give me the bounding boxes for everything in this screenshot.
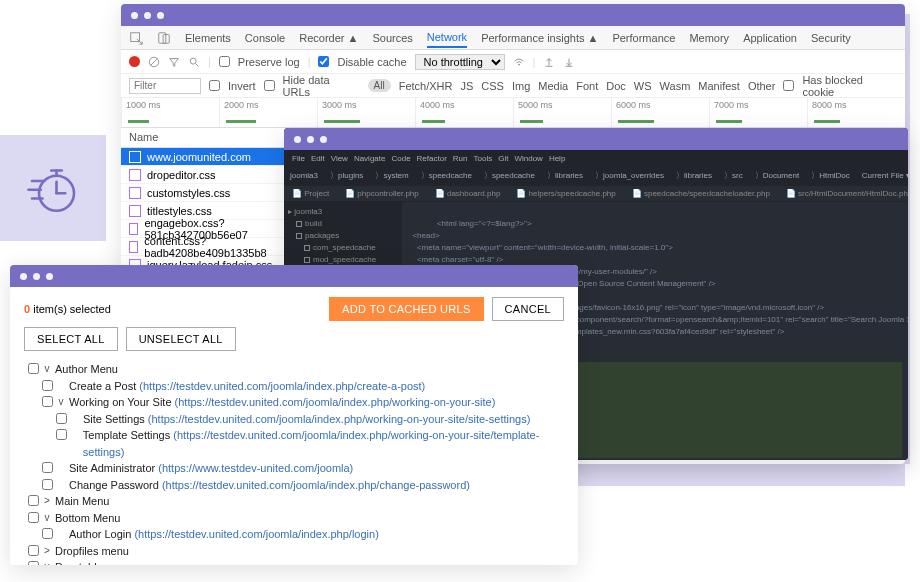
inspect-icon[interactable]: [129, 31, 143, 45]
search-icon[interactable]: [188, 56, 200, 68]
hide-data-urls-checkbox[interactable]: [264, 80, 275, 91]
tree-checkbox[interactable]: [56, 429, 67, 440]
tree-checkbox[interactable]: [42, 462, 53, 473]
disable-cache-checkbox[interactable]: [318, 56, 329, 67]
menu-item[interactable]: Window: [514, 154, 542, 163]
tree-label[interactable]: Template Settings (https://testdev.unite…: [83, 427, 568, 460]
clear-icon[interactable]: [148, 56, 160, 68]
breadcrumb-item[interactable]: 〉libraries: [670, 167, 718, 184]
menu-item[interactable]: View: [331, 154, 348, 163]
window-dot[interactable]: [307, 136, 314, 143]
tree-node[interactable]: packages: [288, 230, 398, 242]
throttling-select[interactable]: No throttling: [415, 54, 505, 70]
window-dot[interactable]: [33, 273, 40, 280]
tree-checkbox[interactable]: [28, 561, 39, 565]
tree-label[interactable]: Site Settings (https://testdev.united.co…: [83, 411, 530, 428]
breadcrumb-item[interactable]: 〉src: [718, 167, 749, 184]
tree-checkbox[interactable]: [28, 512, 39, 523]
tab-application[interactable]: Application: [743, 32, 797, 44]
tree-label[interactable]: Author Login (https://testdev.united.com…: [69, 526, 379, 543]
add-to-cached-urls-button[interactable]: Add to cached URLs: [329, 297, 483, 321]
window-dot[interactable]: [294, 136, 301, 143]
menu-item[interactable]: File: [292, 154, 305, 163]
cancel-button[interactable]: Cancel: [492, 297, 564, 321]
window-dot[interactable]: [157, 12, 164, 19]
type-media[interactable]: Media: [538, 80, 568, 92]
type-img[interactable]: Img: [512, 80, 530, 92]
tree-label[interactable]: Bottom Menu: [55, 510, 120, 527]
has-blocked-checkbox[interactable]: [783, 80, 794, 91]
editor-tab[interactable]: 📄 src/HtmlDocument/HtmlDoc.php: [778, 186, 908, 201]
menu-item[interactable]: Help: [549, 154, 565, 163]
caret-icon[interactable]: >: [43, 493, 51, 508]
menu-item[interactable]: Run: [453, 154, 468, 163]
window-dot[interactable]: [46, 273, 53, 280]
caret-icon[interactable]: >: [43, 543, 51, 558]
breadcrumb-item[interactable]: 〉system: [369, 167, 414, 184]
type-fetchxhr[interactable]: Fetch/XHR: [399, 80, 453, 92]
tree-checkbox[interactable]: [42, 528, 53, 539]
breadcrumb-item[interactable]: 〉plugins: [324, 167, 369, 184]
filter-icon[interactable]: [168, 56, 180, 68]
tree-label[interactable]: Main Menu: [55, 493, 109, 510]
caret-icon[interactable]: v: [43, 361, 51, 376]
breadcrumb-item[interactable]: 〉HtmlDoc: [805, 167, 856, 184]
type-doc[interactable]: Doc: [606, 80, 626, 92]
tab-perf-insights[interactable]: Performance insights ▲: [481, 32, 598, 44]
breadcrumb-item[interactable]: 〉Document: [749, 167, 805, 184]
preserve-log-checkbox[interactable]: [219, 56, 230, 67]
select-all-button[interactable]: Select All: [24, 327, 118, 351]
network-row[interactable]: content.css?badb4208be409b1335b8: [121, 238, 288, 256]
tree-label[interactable]: Site Administrator (https://www.testdev-…: [69, 460, 353, 477]
tree-node[interactable]: ▸ joomla3: [288, 206, 398, 218]
network-timeline[interactable]: 1000 ms2000 ms3000 ms4000 ms5000 ms6000 …: [121, 98, 905, 128]
unselect-all-button[interactable]: Unselect All: [126, 327, 236, 351]
tab-console[interactable]: Console: [245, 32, 285, 44]
editor-tab[interactable]: 📄 dashboard.php: [427, 186, 509, 201]
type-all[interactable]: All: [368, 79, 391, 92]
tree-checkbox[interactable]: [42, 396, 53, 407]
tree-label[interactable]: Author Menu: [55, 361, 118, 378]
tab-network[interactable]: Network: [427, 31, 467, 48]
menu-item[interactable]: Code: [391, 154, 410, 163]
tab-elements[interactable]: Elements: [185, 32, 231, 44]
name-header[interactable]: Name: [121, 128, 288, 148]
tree-label[interactable]: Create a Post (https://testdev.united.co…: [69, 378, 425, 395]
type-ws[interactable]: WS: [634, 80, 652, 92]
caret-icon[interactable]: v: [43, 559, 51, 565]
tab-performance[interactable]: Performance: [612, 32, 675, 44]
tree-checkbox[interactable]: [42, 380, 53, 391]
tab-recorder[interactable]: Recorder ▲: [299, 32, 358, 44]
type-manifest[interactable]: Manifest: [698, 80, 740, 92]
editor-tab[interactable]: 📄 phpcontroller.php: [337, 186, 427, 201]
breadcrumb-item[interactable]: 〉libraries: [541, 167, 589, 184]
tree-checkbox[interactable]: [28, 495, 39, 506]
tree-label[interactable]: Dropfiles menu: [55, 543, 129, 560]
download-icon[interactable]: [563, 56, 575, 68]
caret-icon[interactable]: v: [57, 394, 65, 409]
filter-input[interactable]: [129, 78, 201, 94]
tree-node[interactable]: com_speedcache: [288, 242, 398, 254]
network-row[interactable]: www.joomunited.com: [121, 148, 288, 166]
tree-checkbox[interactable]: [28, 545, 39, 556]
editor-tab[interactable]: 📄 helpers/speedcache.php: [508, 186, 623, 201]
type-css[interactable]: CSS: [481, 80, 504, 92]
tab-sources[interactable]: Sources: [372, 32, 412, 44]
run-config[interactable]: Current File ▾: [856, 168, 908, 183]
menu-item[interactable]: Refactor: [417, 154, 447, 163]
type-wasm[interactable]: Wasm: [660, 80, 691, 92]
editor-tab[interactable]: 📄 speedcache/speedcacheloader.php: [624, 186, 778, 201]
record-icon[interactable]: [129, 56, 140, 67]
window-dot[interactable]: [131, 12, 138, 19]
breadcrumb-item[interactable]: 〉joomla_overrides: [589, 167, 670, 184]
tree-checkbox[interactable]: [28, 363, 39, 374]
tab-memory[interactable]: Memory: [689, 32, 729, 44]
caret-icon[interactable]: v: [43, 510, 51, 525]
tab-security[interactable]: Security: [811, 32, 851, 44]
invert-checkbox[interactable]: [209, 80, 220, 91]
device-icon[interactable]: [157, 31, 171, 45]
menu-item[interactable]: Git: [498, 154, 508, 163]
menu-item[interactable]: Edit: [311, 154, 325, 163]
window-dot[interactable]: [144, 12, 151, 19]
tree-checkbox[interactable]: [42, 479, 53, 490]
